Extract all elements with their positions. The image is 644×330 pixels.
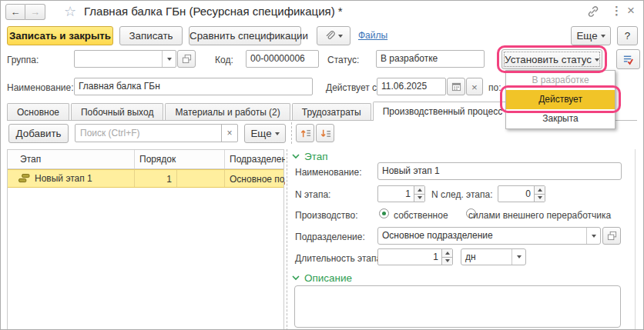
next-stage-number-spinner[interactable]: 0 [498,185,545,202]
nav-button-group: ← → [5,4,45,20]
move-down-icon [320,128,331,139]
search-clear-button[interactable]: × [221,125,237,142]
set-status-button[interactable]: Установить статус [501,49,602,69]
duration-unit-combo[interactable]: дн [461,248,526,265]
stage-name: Новый этап 1 [35,170,92,187]
menu-item-v-razrabotke[interactable]: В разработке [506,71,615,90]
more-button[interactable]: Еще [571,26,611,45]
save-button[interactable]: Записать [119,26,183,45]
calendar-icon [451,82,461,92]
toolbar-separator [291,122,292,144]
department-combo[interactable]: Основное подразделение [377,227,601,245]
favorite-star-icon[interactable]: ☆ [64,3,76,20]
column-header-department[interactable]: Подразделение [225,150,285,168]
tab-pobochny-vyhod[interactable]: Побочный выход [71,103,163,121]
section-description-title: Описание [304,272,352,284]
menu-item-zakryta[interactable]: Закрыта [506,109,615,128]
duration-spin-buttons[interactable] [441,249,452,265]
group-label: Группа: [7,55,39,65]
valid-to-label: по: [488,82,501,93]
duration-value[interactable]: 1 [378,249,441,265]
tab-trudozatraty[interactable]: Трудозатраты [292,103,371,121]
order-cell: 1 [135,170,177,187]
duration-spinner[interactable]: 1 [377,248,453,265]
status-input[interactable]: В разработке [376,50,485,68]
valid-from-label: Действует с: [326,82,379,93]
status-dropdown-menu: В разработке Действует Закрыта [505,70,615,129]
dropdown-arrow-icon [595,58,599,62]
radio-own-production-label: собственное [394,210,448,221]
column-header-order[interactable]: Порядок [135,150,225,168]
section-header-stage[interactable]: Этап [292,151,328,162]
spin-down-icon[interactable] [414,195,424,202]
move-up-button[interactable] [296,124,314,142]
section-header-description[interactable]: Описание [292,272,352,284]
chain-icon [587,5,599,18]
spin-up-icon[interactable] [414,186,424,195]
radio-own-production[interactable] [379,208,389,218]
files-link[interactable]: Файлы [358,30,387,41]
move-up-icon [300,128,311,139]
status-check-icon [622,54,634,65]
stage-number-spinner[interactable]: 1 [377,185,425,202]
stage-name-label: Наименование: [295,167,362,178]
menu-item-deystvuet[interactable]: Действует [506,90,615,109]
dropdown-arrow-icon [167,58,172,61]
valid-from-input[interactable]: 11.06.2025 [377,78,446,95]
save-and-close-button[interactable]: Записать и закрыть [7,26,113,45]
stage-table: Этап Порядок Подразделение Новый этап 1 … [7,149,284,330]
kebab-menu-icon[interactable]: ⋮ [611,4,622,18]
tab-materialy-i-raboty[interactable]: Материалы и работы (2) [165,103,290,121]
attach-file-button[interactable] [317,26,351,45]
spin-up-icon[interactable] [442,249,452,258]
get-link-icon[interactable] [587,5,599,18]
stage-table-row[interactable]: Новый этап 1 1 Основное подразделение [8,169,283,188]
group-choose-button[interactable] [177,50,196,68]
stage-icon [18,174,30,183]
search-input[interactable]: Поиск (Ctrl+F) × [75,124,238,142]
list-more-label: Еще [250,128,271,139]
valid-from-clear-button[interactable]: × [466,78,483,95]
back-button[interactable]: ← [5,4,25,20]
next-stage-number-value[interactable]: 0 [498,186,534,202]
stage-number-value[interactable]: 1 [378,186,414,202]
production-label: Производство: [295,210,358,221]
stage-name-input[interactable]: Новый этап 1 [377,162,622,180]
group-dropdown-button[interactable] [162,51,176,67]
add-button[interactable]: Добавить [8,124,69,143]
forward-button[interactable]: → [25,4,45,20]
spin-down-icon[interactable] [535,195,545,202]
help-button[interactable]: ? [617,26,638,45]
department-cell: Основное подразделение [225,170,285,187]
more-button-label: Еще [576,30,597,42]
department-choose-button[interactable] [602,227,621,245]
tab-osnovnoe[interactable]: Основное [7,103,69,121]
spin-down-icon[interactable] [442,258,452,265]
calendar-button[interactable] [447,78,465,95]
stage-number-label: N этапа: [295,189,330,200]
dropdown-arrow-icon [601,35,605,38]
name-input[interactable]: Главная балка ГБн [74,78,313,95]
next-stage-number-label: N след. этапа: [431,189,492,200]
chevron-down-icon [292,154,300,159]
column-header-stage[interactable]: Этап [8,150,135,168]
department-dropdown-button[interactable] [586,228,600,244]
compare-specifications-button[interactable]: Сравнить спецификации [189,26,301,45]
dropdown-arrow-icon [338,35,343,38]
close-icon[interactable]: × [627,3,635,18]
status-history-button[interactable] [616,49,640,69]
tab-proizvodstvenny-process[interactable]: Производственный процесс [373,102,512,121]
panel-splitter[interactable] [287,149,287,330]
next-stage-spin-buttons[interactable] [534,186,545,202]
code-label: Код: [215,55,233,65]
stage-number-spin-buttons[interactable] [414,186,424,202]
right-panel-scrollbar[interactable] [635,149,636,330]
duration-unit-dropdown-button[interactable] [512,249,525,265]
description-textarea[interactable] [294,285,621,328]
duration-label: Длительность этапа: [295,253,384,264]
list-more-button[interactable]: Еще [244,124,286,143]
move-down-button[interactable] [316,124,334,142]
code-input[interactable]: 00-00000006 [246,50,319,68]
spin-up-icon[interactable] [535,186,545,195]
group-input[interactable] [74,50,176,68]
